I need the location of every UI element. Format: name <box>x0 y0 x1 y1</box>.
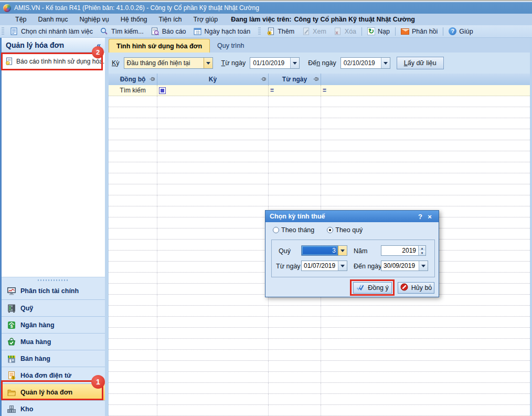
dialog-from-value: 01/07/2019 <box>302 261 338 271</box>
grid-cell <box>157 383 269 393</box>
filter-toolbar: Kỳ Đầu tháng đến hiện tại Từ ngày 01/10/… <box>109 53 530 74</box>
grid-cell <box>269 173 321 184</box>
ok-button[interactable]: Đồng ý <box>353 282 392 294</box>
grid-cell <box>321 151 530 162</box>
basket-check-icon <box>7 337 16 347</box>
filter-cell-sync[interactable] <box>157 85 269 96</box>
filter-cell-period[interactable]: = <box>269 85 321 96</box>
folder-icon <box>7 388 16 397</box>
dialog-help-icon[interactable]: ? <box>416 213 425 221</box>
menu-utilities[interactable]: Tiện ích <box>153 14 188 25</box>
grid-cell <box>157 262 269 272</box>
to-date-picker[interactable]: 02/10/2019 <box>341 57 390 69</box>
sidebar-item-report-usage[interactable]: Báo cáo tình hình sử dụng hóa... <box>2 53 105 70</box>
filter-cell-from-date[interactable]: = <box>321 85 530 96</box>
sidebar-splitter[interactable] <box>2 277 105 283</box>
menu-catalog[interactable]: Danh mục <box>33 14 74 25</box>
period-combo[interactable]: Đầu tháng đến hiện tại <box>124 57 213 69</box>
grid-cell <box>157 140 269 151</box>
nav-item-purchasing[interactable]: Mua hàng <box>2 333 105 350</box>
posting-date-button[interactable]: Ngày hạch toán <box>190 26 254 37</box>
grid-cell <box>321 372 530 382</box>
to-date-dropdown[interactable] <box>381 58 390 68</box>
help-button[interactable]: ? Giúp <box>445 26 476 37</box>
dialog-from-dropdown[interactable] <box>338 261 347 271</box>
nav-item-warehouse[interactable]: Kho <box>2 400 105 416</box>
equals-operator-icon[interactable]: = <box>270 87 274 94</box>
dialog-from-date-picker[interactable]: 01/07/2019 <box>301 261 347 271</box>
pin-icon[interactable] <box>313 76 319 84</box>
pin-icon[interactable] <box>261 76 267 84</box>
grid-cell <box>269 151 321 162</box>
cancel-button[interactable]: Hủy bỏ <box>398 282 434 294</box>
menu-help[interactable]: Trợ giúp <box>188 14 224 25</box>
grid-cell <box>109 96 157 107</box>
nav-item-bank[interactable]: $ Ngân hàng <box>2 316 105 333</box>
nav-item-invoice-management[interactable]: Quản lý hóa đơn <box>2 383 105 400</box>
nav-item-cash[interactable]: Quỹ <box>2 299 105 316</box>
pin-icon[interactable] <box>150 76 155 84</box>
radio-by-month[interactable]: Theo tháng <box>273 226 314 234</box>
grid-cell <box>269 350 321 360</box>
quarter-combo[interactable]: 3 <box>301 245 347 256</box>
from-date-dropdown[interactable] <box>290 58 299 68</box>
grid-row <box>109 195 530 206</box>
radio-selected-icon <box>327 227 333 233</box>
grid-row <box>109 372 530 383</box>
get-data-button[interactable]: Lấy dữ liệu <box>397 57 444 69</box>
dialog-from-label: Từ ngày <box>276 263 301 270</box>
grid-cell <box>109 251 157 261</box>
grid-cell <box>321 173 530 184</box>
quarter-dropdown[interactable] <box>338 246 347 255</box>
column-header-from-date[interactable]: Từ ngày <box>269 74 321 85</box>
monitor-chart-icon <box>7 286 16 296</box>
feedback-button[interactable]: Phản hồi <box>397 26 441 37</box>
menu-file[interactable]: Tệp <box>9 14 33 25</box>
grid-row <box>109 317 530 328</box>
nav-item-label: Quản lý hóa đơn <box>20 389 72 396</box>
grid-row <box>109 162 530 173</box>
grid-row <box>109 383 530 394</box>
toolbar-grip[interactable] <box>2 27 4 36</box>
spin-up-icon[interactable]: ▲ <box>419 246 425 251</box>
dialog-to-dropdown[interactable] <box>419 261 428 271</box>
grid-cell <box>109 350 157 360</box>
view-button: Xem <box>298 26 330 37</box>
grid-cell <box>109 328 157 338</box>
nav-item-financial-analysis[interactable]: Phân tích tài chính <box>2 283 105 299</box>
sidebar-main-splitter[interactable] <box>105 38 109 416</box>
grid-cell <box>109 184 157 195</box>
report-icon <box>151 27 159 36</box>
choose-branch-button[interactable]: Chọn chi nhánh làm việc <box>6 26 97 37</box>
report-button[interactable]: Báo cáo <box>147 26 190 37</box>
spinner-buttons[interactable]: ▲▼ <box>418 246 425 255</box>
column-header-period[interactable]: Kỳ <box>157 74 269 85</box>
nav-item-label: Kho <box>20 405 33 413</box>
nav-item-e-invoice[interactable]: $ Hóa đơn điện tử <box>2 367 105 383</box>
period-combo-dropdown[interactable] <box>204 58 212 68</box>
splitter-grip-icon <box>38 279 69 281</box>
tab-invoice-usage[interactable]: Tình hình sử dụng hóa đơn <box>109 39 210 53</box>
checkbox-indeterminate-icon[interactable] <box>159 87 166 94</box>
nav-item-sales[interactable]: Bán hàng <box>2 350 105 367</box>
refresh-button[interactable]: ↻ Nạp <box>364 26 393 37</box>
add-button[interactable]: Thêm <box>263 26 298 37</box>
menu-operations[interactable]: Nghiệp vụ <box>74 14 115 25</box>
menu-system[interactable]: Hệ thống <box>115 14 153 25</box>
dialog-close-icon[interactable]: × <box>425 213 434 221</box>
grid-cell <box>109 162 157 173</box>
radio-by-quarter[interactable]: Theo quý <box>327 226 363 234</box>
equals-operator-icon[interactable]: = <box>323 87 326 94</box>
column-header-sync[interactable]: Đồng bộ <box>109 74 157 85</box>
toolbar-grip-2[interactable] <box>258 27 261 36</box>
svg-text:$: $ <box>10 323 13 328</box>
year-spinner[interactable]: 2019 ▲▼ <box>381 245 426 256</box>
from-date-picker[interactable]: 01/10/2019 <box>250 57 300 69</box>
grid-cell <box>321 394 530 404</box>
spin-down-icon[interactable]: ▼ <box>419 251 425 255</box>
year-label: Năm <box>354 247 367 255</box>
dialog-to-date-picker[interactable]: 30/09/2019 <box>381 261 428 271</box>
grid-cell <box>157 195 269 206</box>
tab-workflow[interactable]: Quy trình <box>210 39 251 53</box>
search-button[interactable]: Tìm kiếm... <box>97 26 147 37</box>
